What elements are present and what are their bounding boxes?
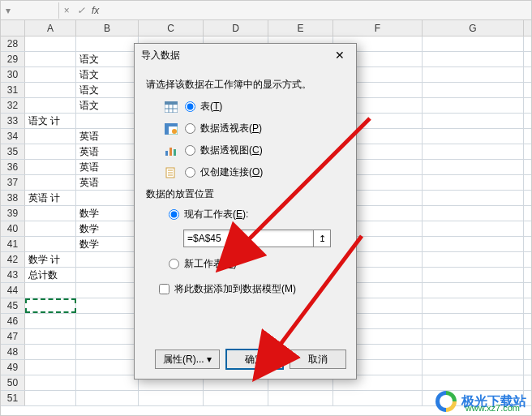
range-picker-icon[interactable]: ↥ bbox=[313, 229, 331, 247]
cell-A49[interactable] bbox=[25, 360, 76, 375]
col-header-G[interactable]: G bbox=[423, 20, 524, 36]
cell-B30[interactable]: 语文 bbox=[76, 67, 139, 82]
row-header[interactable]: 37 bbox=[1, 175, 25, 190]
cell-G44[interactable] bbox=[423, 283, 524, 298]
cell-A46[interactable] bbox=[25, 314, 76, 328]
cell-G49[interactable] bbox=[423, 360, 524, 375]
option-pivot-table[interactable]: 数据透视表(P) bbox=[164, 122, 345, 135]
close-icon[interactable]: ✕ bbox=[330, 49, 350, 62]
row-header[interactable]: 29 bbox=[1, 52, 25, 66]
option-table[interactable]: 表(T) bbox=[164, 100, 345, 114]
cell-A42[interactable]: 数学 计 bbox=[25, 252, 76, 267]
option-existing-sheet[interactable]: 现有工作表(E): bbox=[169, 208, 345, 221]
cancel-btn[interactable]: × bbox=[59, 5, 74, 16]
cell-G31[interactable] bbox=[423, 83, 524, 97]
cell-B40[interactable]: 数学 bbox=[76, 221, 139, 236]
option-pivot-chart[interactable]: 数据透视图(C) bbox=[164, 144, 345, 157]
cell-G47[interactable] bbox=[423, 329, 524, 344]
row-header[interactable]: 47 bbox=[1, 329, 25, 344]
cell-B36[interactable]: 英语 bbox=[76, 160, 139, 174]
col-header-B[interactable]: B bbox=[76, 20, 139, 36]
cell-B31[interactable]: 语文 bbox=[76, 83, 139, 97]
cell-A38[interactable]: 英语 计 bbox=[25, 191, 76, 205]
cell-B28[interactable] bbox=[76, 36, 139, 51]
cell-G28[interactable] bbox=[423, 36, 524, 51]
cell-B46[interactable] bbox=[76, 314, 139, 328]
cell-B38[interactable] bbox=[76, 191, 139, 205]
row-header[interactable]: 39 bbox=[1, 206, 25, 221]
location-input[interactable] bbox=[183, 229, 313, 247]
cell-B35[interactable]: 英语 bbox=[76, 144, 139, 159]
cell-C51[interactable] bbox=[139, 391, 204, 405]
cell-A40[interactable] bbox=[25, 221, 76, 236]
row-header[interactable]: 50 bbox=[1, 375, 25, 390]
cell-G30[interactable] bbox=[423, 67, 524, 82]
cell-G37[interactable] bbox=[423, 175, 524, 190]
cell-A48[interactable] bbox=[25, 345, 76, 359]
cell-A51[interactable] bbox=[25, 391, 76, 405]
formula-input[interactable] bbox=[102, 2, 531, 19]
row-header[interactable]: 44 bbox=[1, 283, 25, 298]
cell-A28[interactable] bbox=[25, 36, 76, 51]
row-header[interactable]: 49 bbox=[1, 360, 25, 375]
row-header[interactable]: 36 bbox=[1, 160, 25, 174]
cell-A43[interactable]: 总计数 bbox=[25, 268, 76, 282]
cell-A47[interactable] bbox=[25, 329, 76, 344]
radio-pivot-table[interactable] bbox=[185, 123, 195, 134]
row-header[interactable]: 46 bbox=[1, 314, 25, 328]
radio-pivot-chart[interactable] bbox=[185, 145, 195, 156]
cell-A41[interactable] bbox=[25, 237, 76, 251]
col-header-F[interactable]: F bbox=[333, 20, 423, 36]
row-header[interactable]: 48 bbox=[1, 345, 25, 359]
cell-A34[interactable] bbox=[25, 129, 76, 144]
cell-A50[interactable] bbox=[25, 375, 76, 390]
row-header[interactable]: 51 bbox=[1, 391, 25, 405]
cell-A44[interactable] bbox=[25, 283, 76, 298]
row-header[interactable]: 28 bbox=[1, 36, 25, 51]
row-header[interactable]: 45 bbox=[1, 298, 25, 313]
row-header[interactable]: 38 bbox=[1, 191, 25, 205]
cell-A30[interactable] bbox=[25, 67, 76, 82]
fx-label[interactable]: fx bbox=[92, 5, 99, 16]
cell-G48[interactable] bbox=[423, 345, 524, 359]
cell-B45[interactable] bbox=[76, 298, 139, 313]
cell-B34[interactable]: 英语 bbox=[76, 129, 139, 144]
radio-table[interactable] bbox=[185, 101, 195, 112]
radio-connection[interactable] bbox=[185, 167, 195, 178]
cell-B49[interactable] bbox=[76, 360, 139, 375]
cell-G34[interactable] bbox=[423, 129, 524, 144]
row-header[interactable]: 35 bbox=[1, 144, 25, 159]
option-connection-only[interactable]: 仅创建连接(O) bbox=[164, 165, 345, 179]
cell-B37[interactable]: 英语 bbox=[76, 175, 139, 190]
row-header[interactable]: 42 bbox=[1, 252, 25, 267]
cell-A39[interactable] bbox=[25, 206, 76, 221]
cell-G40[interactable] bbox=[423, 221, 524, 236]
cell-A36[interactable] bbox=[25, 160, 76, 174]
row-header[interactable]: 33 bbox=[1, 114, 25, 128]
cell-B50[interactable] bbox=[76, 375, 139, 390]
cell-B33[interactable] bbox=[76, 114, 139, 128]
cell-A29[interactable] bbox=[25, 52, 76, 66]
cell-G35[interactable] bbox=[423, 144, 524, 159]
cancel-button[interactable]: 取消 bbox=[290, 350, 346, 369]
row-header[interactable]: 40 bbox=[1, 221, 25, 236]
cell-B32[interactable]: 语文 bbox=[76, 98, 139, 113]
col-header-A[interactable]: A bbox=[25, 20, 76, 36]
select-all-corner[interactable] bbox=[1, 20, 25, 36]
cell-D51[interactable] bbox=[204, 391, 268, 405]
row-header[interactable]: 32 bbox=[1, 98, 25, 113]
cell-B51[interactable] bbox=[76, 391, 139, 405]
cell-G32[interactable] bbox=[423, 98, 524, 113]
cell-G42[interactable] bbox=[423, 252, 524, 267]
cell-G45[interactable] bbox=[423, 298, 524, 313]
row-header[interactable]: 31 bbox=[1, 83, 25, 97]
cell-B48[interactable] bbox=[76, 345, 139, 359]
cell-G33[interactable] bbox=[423, 114, 524, 128]
cell-B39[interactable]: 数学 bbox=[76, 206, 139, 221]
option-new-sheet[interactable]: 新工作表(N) bbox=[169, 257, 345, 271]
cell-B44[interactable] bbox=[76, 283, 139, 298]
checkbox-data-model[interactable] bbox=[159, 284, 169, 294]
cell-G46[interactable] bbox=[423, 314, 524, 328]
cell-B29[interactable]: 语文 bbox=[76, 52, 139, 66]
cell-G39[interactable] bbox=[423, 206, 524, 221]
